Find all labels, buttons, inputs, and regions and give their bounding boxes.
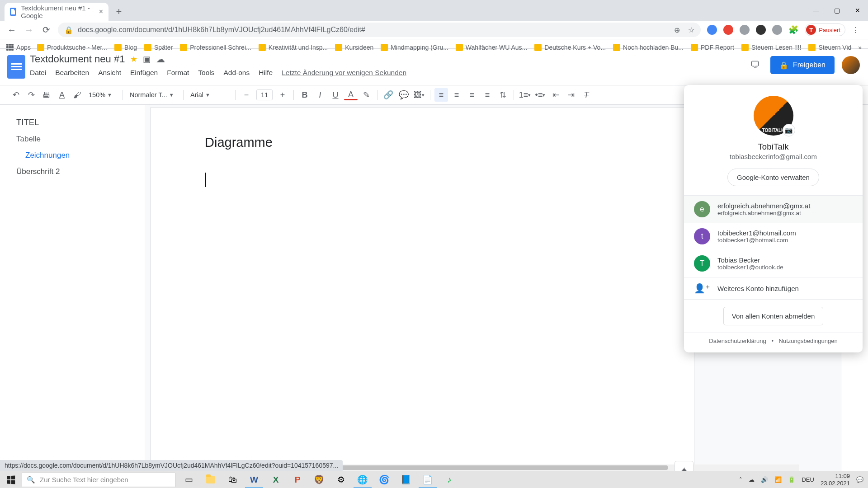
add-account-button[interactable]: 👤⁺ Weiteres Konto hinzufügen <box>684 277 863 299</box>
spotify-icon[interactable]: ♪ <box>439 471 460 488</box>
battery-icon[interactable]: 🔋 <box>788 476 795 483</box>
manage-account-button[interactable]: Google-Konto verwalten <box>727 169 819 186</box>
insert-comment-button[interactable]: 💬 <box>397 88 410 102</box>
bulleted-list-button[interactable]: •≡▾ <box>533 88 547 102</box>
bookmark-item[interactable]: PDF Report <box>691 44 734 51</box>
window-minimize-button[interactable]: — <box>806 0 826 21</box>
zoom-icon[interactable]: ⊕ <box>674 26 680 34</box>
browser-profile-chip[interactable]: T Pausiert <box>805 23 845 36</box>
document-title[interactable]: Textdokument neu #1 <box>30 53 125 65</box>
print-button[interactable]: 🖶 <box>40 88 53 102</box>
increase-fontsize-button[interactable]: + <box>276 88 289 102</box>
italic-button[interactable]: I <box>313 88 327 102</box>
outline-item-tabelle[interactable]: Tabelle <box>16 131 136 147</box>
text-color-button[interactable]: A <box>344 89 358 100</box>
volume-icon[interactable]: 🔊 <box>761 476 768 483</box>
browser-menu-icon[interactable]: ⋮ <box>852 26 859 34</box>
bookmark-item[interactable]: Noch hochladen Bu... <box>613 44 684 51</box>
insert-image-button[interactable]: 🖼▾ <box>412 88 426 102</box>
menu-format[interactable]: Format <box>167 69 189 77</box>
spellcheck-button[interactable]: A <box>55 88 69 102</box>
line-spacing-button[interactable]: ⇅ <box>496 88 509 102</box>
horizontal-scrollbar[interactable] <box>289 465 799 471</box>
align-left-button[interactable]: ≡ <box>434 88 448 102</box>
menu-datei[interactable]: Datei <box>30 69 46 77</box>
move-document-icon[interactable]: ▣ <box>143 54 151 64</box>
insert-link-button[interactable]: 🔗 <box>382 88 395 102</box>
undo-button[interactable]: ↶ <box>9 88 23 102</box>
bookmark-item[interactable]: Kursideen <box>335 44 373 51</box>
menu-hilfe[interactable]: Hilfe <box>259 69 273 77</box>
chrome-icon[interactable]: 🌐 <box>352 471 373 488</box>
share-button[interactable]: 🔒 Freigeben <box>770 56 835 74</box>
outline-item-titel[interactable]: TITEL <box>16 114 136 131</box>
bookmark-item[interactable]: Kreativität und Insp... <box>259 44 328 51</box>
extensions-menu-icon[interactable]: 🧩 <box>788 25 798 35</box>
extension-icon-1[interactable] <box>707 25 717 35</box>
store-icon[interactable]: 🛍 <box>222 471 243 488</box>
bookmark-item[interactable]: Wahlfächer WU Aus... <box>456 44 527 51</box>
document-page[interactable]: Diagramme <box>150 108 694 471</box>
align-right-button[interactable]: ≡ <box>465 88 479 102</box>
extension-icon-4[interactable] <box>756 25 766 35</box>
menu-ansicht[interactable]: Ansicht <box>98 69 121 77</box>
clear-formatting-button[interactable]: T <box>580 88 593 102</box>
clock[interactable]: 11:09 23.02.2021 <box>821 473 850 487</box>
zoom-select[interactable]: 150%▼ <box>86 91 118 99</box>
cloud-status-icon[interactable]: ☁ <box>156 54 165 65</box>
menu-einfügen[interactable]: Einfügen <box>130 69 158 77</box>
outline-item-u2[interactable]: Überschrift 2 <box>16 164 136 180</box>
bookmark-item[interactable]: Deutsche Kurs + Vo... <box>534 44 606 51</box>
browser-tab[interactable]: Textdokument neu #1 - Google × <box>5 3 108 21</box>
bookmark-item[interactable]: Später <box>144 44 173 51</box>
address-bar[interactable]: 🔒 docs.google.com/document/d/1hUH8k6h7Lb… <box>58 23 701 37</box>
align-justify-button[interactable]: ≡ <box>481 88 494 102</box>
file-explorer-icon[interactable] <box>200 471 222 488</box>
extension-icon-5[interactable] <box>772 25 782 35</box>
notepad-icon[interactable]: 📄 <box>417 471 439 488</box>
decrease-indent-button[interactable]: ⇤ <box>549 88 562 102</box>
underline-button[interactable]: U <box>329 88 342 102</box>
bookmark-item[interactable]: Professionell Schrei... <box>180 44 251 51</box>
terms-link[interactable]: Nutzungsbedingungen <box>779 338 838 344</box>
highlight-button[interactable]: ✎ <box>359 88 373 102</box>
close-tab-icon[interactable]: × <box>99 8 103 16</box>
extension-icon-3[interactable] <box>740 25 750 35</box>
excel-icon[interactable]: X <box>265 471 287 488</box>
font-select[interactable]: Arial▼ <box>188 91 231 99</box>
switch-account-row[interactable]: eerfolgreich.abnehmen@gmx.aterfolgreich.… <box>684 196 863 223</box>
forward-button[interactable]: → <box>24 24 34 35</box>
obs-icon[interactable]: ⚙ <box>330 471 352 488</box>
menu-add-ons[interactable]: Add-ons <box>224 69 250 77</box>
change-avatar-icon[interactable]: 📷 <box>783 124 795 136</box>
star-icon[interactable]: ☆ <box>688 26 694 34</box>
bookmark-item[interactable]: Blog <box>114 44 137 51</box>
start-button[interactable] <box>0 471 22 488</box>
onedrive-icon[interactable]: ☁ <box>749 476 755 483</box>
windows-search-input[interactable]: 🔍 Zur Suche Text hier eingeben <box>22 473 175 487</box>
tray-expand-icon[interactable]: ˄ <box>739 476 742 483</box>
brave-icon[interactable]: 🦁 <box>308 471 330 488</box>
powerpoint-icon[interactable]: P <box>287 471 308 488</box>
edge-icon[interactable]: 🌀 <box>373 471 395 488</box>
bookmark-item[interactable]: Steuern Lesen !!!! <box>741 44 802 51</box>
outline-item-zeichnungen[interactable]: Zeichnungen <box>16 147 136 164</box>
reload-button[interactable]: ⟳ <box>41 24 52 35</box>
back-button[interactable]: ← <box>6 24 17 35</box>
comment-history-icon[interactable]: 🗨 <box>747 57 763 73</box>
new-tab-button[interactable]: + <box>112 5 126 19</box>
switch-account-row[interactable]: TTobias Beckertobibecker1@outlook.de <box>684 250 863 277</box>
paint-format-button[interactable]: 🖌 <box>71 88 84 102</box>
numbered-list-button[interactable]: 1≡▾ <box>518 88 532 102</box>
task-view-icon[interactable]: ▭ <box>178 471 200 488</box>
paragraph-style-select[interactable]: Normaler T...▼ <box>127 91 179 99</box>
extension-icon-2[interactable] <box>723 25 733 35</box>
signout-all-button[interactable]: Von allen Konten abmelden <box>723 307 823 325</box>
menu-bearbeiten[interactable]: Bearbeiten <box>55 69 89 77</box>
window-close-button[interactable]: ✕ <box>847 0 868 21</box>
window-maximize-button[interactable]: ▢ <box>826 0 847 21</box>
word-icon[interactable]: W <box>243 471 265 488</box>
star-document-icon[interactable]: ★ <box>130 54 137 64</box>
bookmark-item[interactable]: Produktsuche - Mer... <box>37 44 107 51</box>
network-icon[interactable]: 📶 <box>774 476 782 483</box>
